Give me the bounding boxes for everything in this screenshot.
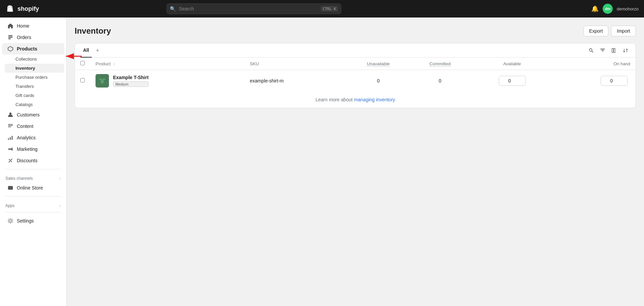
columns-icon xyxy=(611,48,617,53)
row-committed-cell: 0 xyxy=(409,70,471,92)
sidebar-gift-cards-label: Gift cards xyxy=(15,93,34,98)
th-product[interactable]: Product ↑ xyxy=(90,58,244,70)
sidebar-item-purchase-orders[interactable]: Purchase orders xyxy=(5,73,64,82)
sidebar-item-online-store[interactable]: Online Store xyxy=(2,182,64,194)
username-label[interactable]: demohorzo xyxy=(617,6,639,11)
home-icon xyxy=(7,23,13,29)
sidebar-analytics-label: Analytics xyxy=(17,135,36,140)
tab-all[interactable]: All xyxy=(80,43,92,58)
sidebar-online-store-label: Online Store xyxy=(17,185,43,191)
svg-line-17 xyxy=(592,51,593,52)
inventory-card: All + xyxy=(75,43,636,108)
filter-icon xyxy=(600,48,605,53)
on-hand-input[interactable] xyxy=(601,76,628,86)
page-title: Inventory xyxy=(75,26,111,36)
apps-section[interactable]: Apps › xyxy=(0,199,66,209)
sidebar-divider xyxy=(5,169,61,169)
product-thumbnail xyxy=(96,74,109,88)
sidebar-collections-label: Collections xyxy=(15,57,37,62)
sidebar-item-home[interactable]: Home xyxy=(2,20,64,32)
row-sku-cell: example-shirt-m xyxy=(244,70,347,92)
settings-icon xyxy=(7,218,13,224)
sidebar-orders-label: Orders xyxy=(17,35,31,40)
sidebar-item-catalogs[interactable]: Catalogs xyxy=(5,100,64,109)
sidebar-item-inventory[interactable]: Inventory xyxy=(5,64,64,73)
notifications-bell-icon[interactable]: 🔔 xyxy=(591,5,599,12)
sidebar-purchase-orders-label: Purchase orders xyxy=(15,75,47,80)
columns-button[interactable] xyxy=(609,46,619,55)
products-icon xyxy=(7,46,13,52)
th-available: Available xyxy=(471,58,553,70)
svg-rect-1 xyxy=(8,37,13,38)
orders-icon xyxy=(7,34,13,40)
tabs-right-actions xyxy=(586,46,630,55)
th-committed: Committed xyxy=(409,58,471,70)
search-icon: 🔍 xyxy=(170,6,176,11)
svg-point-3 xyxy=(9,112,11,114)
shopify-bag-icon xyxy=(5,4,15,13)
sidebar: Home Orders Products Collections Invento… xyxy=(0,18,67,306)
search-filter-button[interactable] xyxy=(586,46,596,55)
search-icon xyxy=(589,48,594,53)
table-row: Example T-Shirt Medium example-shirt-m 0… xyxy=(75,70,636,92)
row-product-cell: Example T-Shirt Medium xyxy=(90,70,244,92)
topbar: shopify 🔍 CTRL K 🔔 dm demohorzo xyxy=(0,0,644,18)
export-button[interactable]: Export xyxy=(583,26,608,36)
search-bar: 🔍 CTRL K xyxy=(166,3,341,14)
sidebar-item-settings[interactable]: Settings xyxy=(2,215,64,227)
svg-rect-8 xyxy=(10,137,11,140)
row-checkbox[interactable] xyxy=(80,78,85,82)
sidebar-discounts-label: Discounts xyxy=(17,158,37,163)
sidebar-item-products[interactable]: Products xyxy=(2,43,64,55)
avatar[interactable]: dm xyxy=(603,4,613,14)
sidebar-item-transfers[interactable]: Transfers xyxy=(5,82,64,91)
sidebar-item-marketing[interactable]: Marketing xyxy=(2,143,64,155)
managing-inventory-link[interactable]: managing inventory xyxy=(354,97,395,102)
filter-button[interactable] xyxy=(598,46,607,55)
search-shortcut-badge: CTRL K xyxy=(321,6,338,12)
sidebar-item-gift-cards[interactable]: Gift cards xyxy=(5,91,64,100)
svg-rect-13 xyxy=(8,186,13,190)
sidebar-item-customers[interactable]: Customers xyxy=(2,109,64,121)
footer-text: Learn more about managing inventory xyxy=(75,92,636,108)
sidebar-settings-label: Settings xyxy=(17,218,34,224)
sort-button[interactable] xyxy=(621,46,630,55)
th-on-hand: On hand xyxy=(553,58,636,70)
product-variant-badge: Medium xyxy=(113,81,149,87)
sidebar-item-discounts[interactable]: Discounts xyxy=(2,155,64,166)
sidebar-item-analytics[interactable]: Analytics xyxy=(2,132,64,143)
sidebar-customers-label: Customers xyxy=(17,112,40,117)
sidebar-content-label: Content xyxy=(17,124,33,129)
sidebar-item-orders[interactable]: Orders xyxy=(2,32,64,43)
add-tab-button[interactable]: + xyxy=(94,45,101,56)
row-checkbox-cell xyxy=(75,70,90,92)
sidebar-item-collections[interactable]: Collections xyxy=(5,55,64,64)
marketing-icon xyxy=(7,146,13,152)
main-content: Inventory Export Import All + xyxy=(67,18,644,306)
sidebar-item-content[interactable]: Content xyxy=(2,121,64,132)
th-checkbox xyxy=(75,58,90,70)
topbar-right: 🔔 dm demohorzo xyxy=(591,4,639,14)
discounts-icon xyxy=(7,158,13,164)
available-input[interactable] xyxy=(499,76,526,86)
search-input[interactable] xyxy=(166,3,341,14)
sidebar-inventory-label: Inventory xyxy=(15,66,35,71)
tshirt-icon xyxy=(98,77,106,85)
sales-channels-section[interactable]: Sales channels › xyxy=(0,172,66,182)
shopify-logo[interactable]: shopify xyxy=(5,4,39,13)
page-actions: Export Import xyxy=(583,26,636,36)
sort-icon xyxy=(623,48,628,53)
product-name: Example T-Shirt xyxy=(113,75,149,80)
products-submenu: Collections Inventory Purchase orders Tr… xyxy=(0,55,66,109)
sidebar-transfers-label: Transfers xyxy=(15,84,34,89)
select-all-checkbox[interactable] xyxy=(80,61,85,65)
row-onhand-cell xyxy=(553,70,636,92)
product-info: Example T-Shirt Medium xyxy=(113,75,149,87)
svg-rect-2 xyxy=(8,38,11,39)
svg-point-16 xyxy=(589,48,592,51)
row-unavailable-cell: 0 xyxy=(347,70,409,92)
svg-rect-9 xyxy=(12,136,13,140)
import-button[interactable]: Import xyxy=(611,26,636,36)
th-sku: SKU xyxy=(244,58,347,70)
product-sort-icon: ↑ xyxy=(113,62,115,66)
